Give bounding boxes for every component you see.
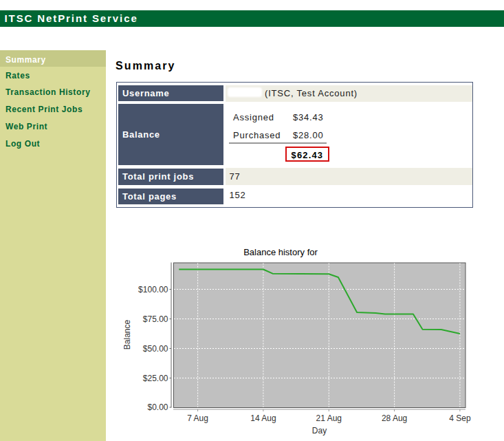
svg-text:14 Aug: 14 Aug — [250, 413, 276, 423]
svg-text:28 Aug: 28 Aug — [382, 413, 407, 423]
svg-text:Day: Day — [312, 426, 327, 435]
svg-text:$50.00: $50.00 — [143, 344, 168, 354]
svg-text:Balance history for: Balance history for — [243, 247, 318, 257]
svg-text:4 Sep: 4 Sep — [449, 413, 471, 423]
svg-text:Balance: Balance — [124, 319, 132, 349]
svg-text:$25.00: $25.00 — [143, 374, 168, 383]
svg-text:21 Aug: 21 Aug — [316, 413, 342, 423]
svg-text:7 Aug: 7 Aug — [187, 413, 208, 423]
svg-text:$100.00: $100.00 — [138, 285, 168, 294]
svg-text:$75.00: $75.00 — [143, 314, 168, 324]
svg-text:$0.00: $0.00 — [147, 402, 168, 412]
